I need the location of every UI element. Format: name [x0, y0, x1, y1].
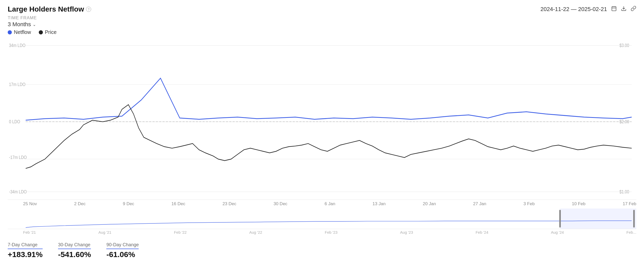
mini-chart[interactable] — [8, 209, 636, 229]
timeframe-label: TIME FRAME — [8, 15, 636, 21]
mini-x-label-8: Feb... — [627, 230, 636, 234]
mini-x-label-2: Feb '22 — [174, 230, 187, 234]
svg-rect-21 — [633, 210, 635, 228]
x-label-6: 6 Jan — [325, 201, 335, 206]
page-title: Large Holders Netflow — [8, 5, 84, 13]
stat-30day-label: 30-Day Change — [58, 242, 91, 249]
svg-text:-17m LDO: -17m LDO — [9, 155, 27, 160]
x-label-12: 17 Feb — [623, 201, 636, 206]
svg-rect-19 — [560, 209, 636, 229]
x-label-4: 23 Dec — [222, 201, 236, 206]
x-label-1: 2 Dec — [74, 201, 86, 206]
mini-x-label-7: Aug '24 — [551, 230, 564, 234]
x-label-3: 16 Dec — [172, 201, 185, 206]
svg-text:34m LDO: 34m LDO — [9, 43, 25, 48]
x-label-9: 27 Jan — [473, 201, 486, 206]
timeframe-select[interactable]: 3 Months ⌄ — [8, 21, 636, 28]
stat-30day-value: -541.60% — [58, 250, 91, 259]
x-label-2: 9 Dec — [123, 201, 134, 206]
svg-text:-34m LDO: -34m LDO — [9, 189, 27, 194]
netflow-dot — [8, 30, 12, 34]
download-icon[interactable] — [621, 6, 627, 13]
svg-rect-0 — [612, 7, 616, 11]
legend-netflow: Netflow — [8, 29, 31, 35]
price-label: Price — [45, 29, 57, 35]
mini-x-label-5: Aug '23 — [400, 230, 413, 234]
stats-row: 7-Day Change +183.91% 30-Day Change -541… — [8, 240, 636, 259]
stat-7day-value: +183.91% — [8, 250, 43, 259]
timeframe-section: TIME FRAME 3 Months ⌄ — [8, 15, 636, 28]
stat-30day: 30-Day Change -541.60% — [58, 242, 91, 259]
calendar-icon[interactable] — [611, 6, 617, 13]
legend-price: Price — [39, 29, 57, 35]
x-label-5: 30 Dec — [273, 201, 287, 206]
x-label-11: 10 Feb — [572, 201, 585, 206]
date-range: 2024-11-22 — 2025-02-21 — [541, 6, 607, 13]
stat-7day: 7-Day Change +183.91% — [8, 242, 43, 259]
x-label-8: 20 Jan — [423, 201, 436, 206]
main-chart[interactable]: 34m LDO 17m LDO 0 LDO -17m LDO -34m LDO … — [8, 38, 636, 200]
svg-text:17m LDO: 17m LDO — [9, 82, 25, 87]
svg-rect-20 — [559, 210, 561, 228]
mini-x-label-0: Feb '21 — [23, 230, 36, 234]
svg-text:0 LDO: 0 LDO — [9, 119, 20, 125]
help-icon[interactable]: ? — [86, 7, 91, 12]
x-label-10: 3 Feb — [524, 201, 535, 206]
x-label-7: 13 Jan — [373, 201, 386, 206]
stat-90day-label: 90-Day Change — [106, 242, 139, 249]
mini-x-label-4: Feb '23 — [325, 230, 338, 234]
timeframe-value: 3 Months — [8, 21, 31, 28]
x-axis: 25 Nov 2 Dec 9 Dec 16 Dec 23 Dec 30 Dec … — [8, 200, 636, 208]
link-icon[interactable] — [631, 6, 636, 13]
netflow-label: Netflow — [14, 29, 31, 35]
stat-7day-label: 7-Day Change — [8, 242, 43, 249]
mini-x-label-6: Feb '24 — [476, 230, 488, 234]
price-dot — [39, 30, 43, 34]
header-controls: 2024-11-22 — 2025-02-21 — [541, 6, 636, 13]
x-label-0: 25 Nov — [23, 201, 37, 206]
stat-90day-value: -61.06% — [106, 250, 139, 259]
mini-x-label-1: Aug '21 — [98, 230, 111, 234]
chart-legend: Netflow Price — [8, 29, 636, 35]
mini-x-axis: Feb '21 Aug '21 Feb '22 Aug '22 Feb '23 … — [8, 229, 636, 234]
chevron-down-icon: ⌄ — [33, 22, 36, 27]
stat-90day: 90-Day Change -61.06% — [106, 242, 139, 259]
chart-area: 34m LDO 17m LDO 0 LDO -17m LDO -34m LDO … — [8, 38, 636, 259]
mini-x-label-3: Aug '22 — [249, 230, 262, 234]
